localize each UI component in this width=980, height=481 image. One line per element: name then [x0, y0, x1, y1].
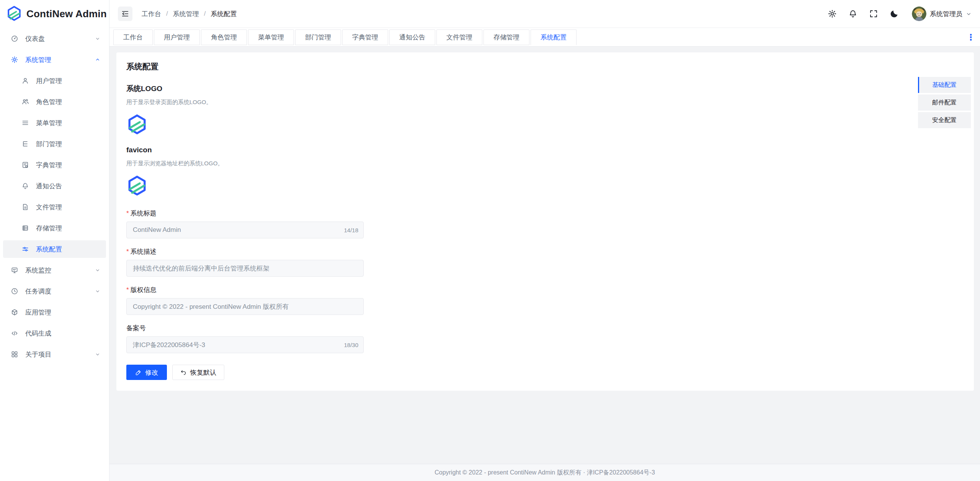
breadcrumb-item[interactable]: 系统管理: [173, 10, 199, 18]
system-title-input[interactable]: [126, 222, 364, 238]
favicon-image: [126, 175, 148, 196]
tab-more-icon[interactable]: ⋮: [965, 32, 976, 43]
bell-icon[interactable]: [848, 9, 858, 18]
brand: ContiNew Admin: [0, 0, 109, 28]
breadcrumb-item[interactable]: 工作台: [142, 10, 161, 18]
page-title: 系统配置: [126, 62, 964, 72]
app-logo-icon: [6, 5, 22, 23]
sidebar-item-task-scheduler[interactable]: 任务调度: [3, 282, 106, 300]
icp-input[interactable]: [126, 336, 364, 353]
required-mark: *: [126, 209, 129, 218]
sidebar-item-label: 部门管理: [36, 140, 62, 148]
tab-system-config[interactable]: 系统配置: [531, 29, 577, 45]
anchor-basic-config[interactable]: 基础配置: [918, 77, 971, 93]
app-title: ContiNew Admin: [26, 8, 107, 20]
tab-label: 通知公告: [399, 33, 425, 42]
field-copyright: [126, 298, 364, 315]
menu-lines-icon: [21, 119, 29, 127]
save-button[interactable]: 修改: [126, 365, 167, 380]
tab-workbench[interactable]: 工作台: [113, 29, 153, 45]
monitor-icon: [11, 266, 18, 274]
user-name: 系统管理员: [930, 10, 962, 18]
sidebar-item-label: 仪表盘: [25, 34, 45, 43]
anchor-security-config[interactable]: 安全配置: [918, 112, 971, 128]
sidebar-item-user-management[interactable]: 用户管理: [3, 72, 106, 90]
footer-text: Copyright © 2022 - present ContiNew Admi…: [434, 469, 655, 477]
header-actions: 系统管理员: [828, 7, 972, 21]
tab-label: 系统配置: [541, 33, 567, 42]
sidebar-collapse-button[interactable]: [118, 7, 132, 21]
sidebar: ContiNew Admin 仪表盘 系统管理 用户管理 角色管理 菜单管理 部…: [0, 0, 109, 481]
code-icon: [11, 329, 18, 337]
sidebar-item-label: 系统配置: [36, 245, 62, 254]
field-system-title: 14/18: [126, 222, 364, 238]
sidebar-item-storage-management[interactable]: 存储管理: [3, 219, 106, 237]
tab-label: 用户管理: [164, 33, 190, 42]
tab-user-management[interactable]: 用户管理: [154, 29, 200, 45]
tab-department-management[interactable]: 部门管理: [295, 29, 341, 45]
page-footer: Copyright © 2022 - present ContiNew Admi…: [109, 464, 980, 481]
field-label-system-title: * 系统标题: [126, 209, 964, 218]
field-label-icp: 备案号: [126, 324, 964, 333]
sidebar-item-code-generation[interactable]: 代码生成: [3, 324, 106, 342]
reset-button-label: 恢复默认: [190, 368, 216, 377]
tab-label: 角色管理: [211, 33, 237, 42]
tree-list-icon: [21, 140, 29, 148]
breadcrumb-separator: /: [204, 10, 206, 18]
sidebar-item-notice-management[interactable]: 通知公告: [3, 177, 106, 195]
copyright-input[interactable]: [126, 298, 364, 315]
tab-label: 菜单管理: [258, 33, 284, 42]
sidebar-item-role-management[interactable]: 角色管理: [3, 93, 106, 111]
field-label-text: 系统描述: [131, 248, 157, 256]
dashboard-icon: [11, 35, 18, 42]
sidebar-item-system-config[interactable]: 系统配置: [3, 240, 106, 258]
tab-label: 工作台: [123, 33, 143, 42]
sidebar-item-app-management[interactable]: 应用管理: [3, 303, 106, 321]
tab-role-management[interactable]: 角色管理: [201, 29, 247, 45]
bell-icon: [21, 182, 29, 190]
reset-default-button[interactable]: 恢复默认: [172, 365, 224, 380]
chevron-down-icon: [95, 351, 101, 357]
moon-icon[interactable]: [890, 9, 899, 18]
sidebar-item-menu-management[interactable]: 菜单管理: [3, 114, 106, 132]
sidebar-item-label: 字典管理: [36, 161, 62, 170]
tab-label: 部门管理: [305, 33, 331, 42]
system-logo-image: [126, 114, 148, 135]
required-mark: *: [126, 286, 129, 294]
sidebar-item-label: 关于项目: [25, 350, 51, 359]
tab-dictionary-management[interactable]: 字典管理: [342, 29, 388, 45]
sidebar-item-system-management[interactable]: 系统管理: [3, 51, 106, 68]
field-label-text: 版权信息: [131, 286, 157, 294]
config-anchor-menu: 基础配置 邮件配置 安全配置: [918, 77, 971, 130]
sidebar-menu: 仪表盘 系统管理 用户管理 角色管理 菜单管理 部门管理 字典管理: [0, 28, 109, 363]
sidebar-item-department-management[interactable]: 部门管理: [3, 135, 106, 153]
sidebar-item-dashboard[interactable]: 仪表盘: [3, 30, 106, 47]
user-menu[interactable]: 系统管理员: [912, 7, 972, 21]
tab-storage-management[interactable]: 存储管理: [483, 29, 529, 45]
anchor-mail-config[interactable]: 邮件配置: [918, 95, 971, 111]
char-counter: 14/18: [344, 227, 358, 233]
gear-icon[interactable]: [828, 9, 837, 18]
system-description-input[interactable]: [126, 260, 364, 277]
tab-menu-management[interactable]: 菜单管理: [248, 29, 294, 45]
section-description-logo: 用于显示登录页面的系统LOGO。: [126, 98, 964, 106]
dictionary-icon: [21, 161, 29, 169]
sidebar-item-file-management[interactable]: 文件管理: [3, 198, 106, 216]
sidebar-item-system-monitor[interactable]: 系统监控: [3, 261, 106, 279]
edit-pencil-icon: [135, 369, 142, 376]
tab-notice[interactable]: 通知公告: [389, 29, 435, 45]
chevron-down-icon: [95, 288, 101, 294]
field-label-text: 系统标题: [131, 209, 157, 218]
sliders-icon: [21, 245, 29, 253]
sidebar-item-about-project[interactable]: 关于项目: [3, 346, 106, 363]
tab-label: 文件管理: [446, 33, 472, 42]
tab-file-management[interactable]: 文件管理: [436, 29, 482, 45]
undo-icon: [180, 369, 187, 376]
sidebar-item-dictionary-management[interactable]: 字典管理: [3, 156, 106, 174]
chevron-down-icon: [95, 36, 101, 42]
field-label-copyright: * 版权信息: [126, 286, 964, 294]
section-heading-favicon: favicon: [126, 145, 964, 155]
tab-label: 存储管理: [493, 33, 519, 42]
chevron-down-icon: [95, 267, 101, 273]
fullscreen-icon[interactable]: [869, 9, 878, 18]
